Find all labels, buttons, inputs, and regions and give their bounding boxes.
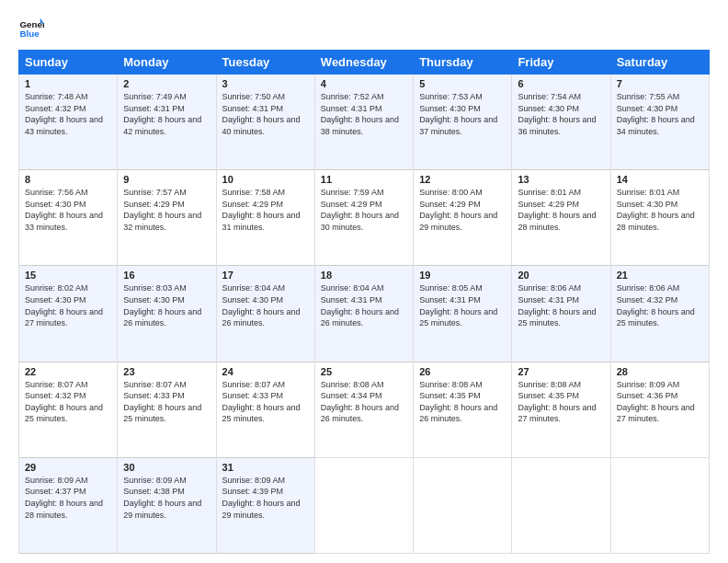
- day-number: 12: [419, 174, 506, 185]
- col-header-thursday: Thursday: [414, 51, 512, 75]
- day-info: Sunrise: 8:06 AMSunset: 4:31 PMDaylight:…: [518, 283, 596, 327]
- day-cell: 27Sunrise: 8:08 AMSunset: 4:35 PMDayligh…: [512, 362, 610, 457]
- day-info: Sunrise: 8:09 AMSunset: 4:37 PMDaylight:…: [25, 476, 103, 520]
- day-info: Sunrise: 8:07 AMSunset: 4:32 PMDaylight:…: [25, 380, 103, 424]
- column-headers: SundayMondayTuesdayWednesdayThursdayFrid…: [19, 51, 710, 75]
- day-number: 7: [617, 78, 703, 89]
- day-number: 30: [123, 462, 210, 473]
- day-info: Sunrise: 7:59 AMSunset: 4:29 PMDaylight:…: [321, 188, 399, 232]
- day-info: Sunrise: 7:50 AMSunset: 4:31 PMDaylight:…: [222, 92, 301, 136]
- week-row-1: 1Sunrise: 7:48 AMSunset: 4:32 PMDaylight…: [19, 75, 710, 170]
- day-info: Sunrise: 7:55 AMSunset: 4:30 PMDaylight:…: [617, 92, 695, 136]
- logo: General Blue: [18, 15, 48, 40]
- day-cell: 15Sunrise: 8:02 AMSunset: 4:30 PMDayligh…: [19, 266, 118, 362]
- day-number: 1: [25, 78, 111, 89]
- day-info: Sunrise: 8:07 AMSunset: 4:33 PMDaylight:…: [123, 380, 201, 424]
- day-cell: 4Sunrise: 7:52 AMSunset: 4:31 PMDaylight…: [314, 75, 413, 170]
- day-cell: 14Sunrise: 8:01 AMSunset: 4:30 PMDayligh…: [610, 170, 709, 266]
- day-cell: 6Sunrise: 7:54 AMSunset: 4:30 PMDaylight…: [512, 75, 610, 170]
- day-number: 17: [222, 270, 309, 281]
- day-info: Sunrise: 7:53 AMSunset: 4:30 PMDaylight:…: [419, 92, 497, 136]
- day-number: 10: [222, 174, 309, 185]
- day-cell: 12Sunrise: 8:00 AMSunset: 4:29 PMDayligh…: [414, 170, 512, 266]
- day-info: Sunrise: 8:04 AMSunset: 4:30 PMDaylight:…: [222, 283, 301, 327]
- day-number: 5: [419, 78, 506, 89]
- day-info: Sunrise: 8:09 AMSunset: 4:36 PMDaylight:…: [617, 380, 695, 424]
- day-info: Sunrise: 8:03 AMSunset: 4:30 PMDaylight:…: [123, 283, 201, 327]
- day-info: Sunrise: 8:08 AMSunset: 4:35 PMDaylight:…: [419, 380, 497, 424]
- day-number: 11: [321, 174, 407, 185]
- day-number: 18: [321, 270, 407, 281]
- col-header-tuesday: Tuesday: [216, 51, 314, 75]
- svg-text:Blue: Blue: [19, 29, 40, 39]
- calendar-page: General Blue SundayMondayTuesdayWednesda…: [0, 0, 728, 563]
- day-info: Sunrise: 7:58 AMSunset: 4:29 PMDaylight:…: [222, 188, 301, 232]
- day-info: Sunrise: 8:02 AMSunset: 4:30 PMDaylight:…: [25, 283, 103, 327]
- day-info: Sunrise: 7:56 AMSunset: 4:30 PMDaylight:…: [25, 188, 103, 232]
- calendar-body: 1Sunrise: 7:48 AMSunset: 4:32 PMDaylight…: [19, 75, 710, 554]
- day-info: Sunrise: 8:06 AMSunset: 4:32 PMDaylight:…: [617, 283, 695, 327]
- day-cell: [314, 457, 413, 553]
- day-info: Sunrise: 7:49 AMSunset: 4:31 PMDaylight:…: [123, 92, 201, 136]
- col-header-monday: Monday: [118, 51, 216, 75]
- day-info: Sunrise: 8:04 AMSunset: 4:31 PMDaylight:…: [321, 283, 399, 327]
- day-number: 15: [25, 270, 111, 281]
- day-info: Sunrise: 7:54 AMSunset: 4:30 PMDaylight:…: [518, 92, 596, 136]
- week-row-3: 15Sunrise: 8:02 AMSunset: 4:30 PMDayligh…: [19, 266, 710, 362]
- day-number: 24: [222, 366, 309, 377]
- day-cell: 11Sunrise: 7:59 AMSunset: 4:29 PMDayligh…: [314, 170, 413, 266]
- day-cell: 16Sunrise: 8:03 AMSunset: 4:30 PMDayligh…: [118, 266, 216, 362]
- day-cell: 22Sunrise: 8:07 AMSunset: 4:32 PMDayligh…: [19, 362, 118, 457]
- day-number: 9: [123, 174, 210, 185]
- day-cell: 31Sunrise: 8:09 AMSunset: 4:39 PMDayligh…: [216, 457, 314, 553]
- day-info: Sunrise: 8:08 AMSunset: 4:35 PMDaylight:…: [518, 380, 596, 424]
- day-number: 3: [222, 78, 309, 89]
- day-number: 14: [617, 174, 703, 185]
- day-cell: 7Sunrise: 7:55 AMSunset: 4:30 PMDaylight…: [610, 75, 709, 170]
- day-info: Sunrise: 8:05 AMSunset: 4:31 PMDaylight:…: [419, 283, 497, 327]
- day-number: 16: [123, 270, 210, 281]
- day-number: 4: [321, 78, 407, 89]
- day-info: Sunrise: 8:00 AMSunset: 4:29 PMDaylight:…: [419, 188, 497, 232]
- day-cell: 23Sunrise: 8:07 AMSunset: 4:33 PMDayligh…: [118, 362, 216, 457]
- day-number: 31: [222, 462, 309, 473]
- day-cell: 8Sunrise: 7:56 AMSunset: 4:30 PMDaylight…: [19, 170, 118, 266]
- day-cell: 21Sunrise: 8:06 AMSunset: 4:32 PMDayligh…: [610, 266, 709, 362]
- week-row-2: 8Sunrise: 7:56 AMSunset: 4:30 PMDaylight…: [19, 170, 710, 266]
- day-cell: [610, 457, 709, 553]
- day-cell: 17Sunrise: 8:04 AMSunset: 4:30 PMDayligh…: [216, 266, 314, 362]
- col-header-wednesday: Wednesday: [314, 51, 413, 75]
- day-cell: 9Sunrise: 7:57 AMSunset: 4:29 PMDaylight…: [118, 170, 216, 266]
- day-cell: 24Sunrise: 8:07 AMSunset: 4:33 PMDayligh…: [216, 362, 314, 457]
- day-info: Sunrise: 7:52 AMSunset: 4:31 PMDaylight:…: [321, 92, 399, 136]
- day-number: 20: [518, 270, 604, 281]
- day-cell: 3Sunrise: 7:50 AMSunset: 4:31 PMDaylight…: [216, 75, 314, 170]
- day-cell: 29Sunrise: 8:09 AMSunset: 4:37 PMDayligh…: [19, 457, 118, 553]
- day-number: 13: [518, 174, 604, 185]
- day-cell: 20Sunrise: 8:06 AMSunset: 4:31 PMDayligh…: [512, 266, 610, 362]
- day-cell: 25Sunrise: 8:08 AMSunset: 4:34 PMDayligh…: [314, 362, 413, 457]
- logo-icon: General Blue: [18, 15, 44, 40]
- day-cell: 1Sunrise: 7:48 AMSunset: 4:32 PMDaylight…: [19, 75, 118, 170]
- day-cell: 30Sunrise: 8:09 AMSunset: 4:38 PMDayligh…: [118, 457, 216, 553]
- day-info: Sunrise: 8:01 AMSunset: 4:29 PMDaylight:…: [518, 188, 596, 232]
- day-cell: 18Sunrise: 8:04 AMSunset: 4:31 PMDayligh…: [314, 266, 413, 362]
- week-row-4: 22Sunrise: 8:07 AMSunset: 4:32 PMDayligh…: [19, 362, 710, 457]
- day-number: 28: [617, 366, 703, 377]
- day-number: 29: [25, 462, 111, 473]
- day-info: Sunrise: 8:07 AMSunset: 4:33 PMDaylight:…: [222, 380, 301, 424]
- day-cell: [414, 457, 512, 553]
- week-row-5: 29Sunrise: 8:09 AMSunset: 4:37 PMDayligh…: [19, 457, 710, 553]
- day-info: Sunrise: 7:48 AMSunset: 4:32 PMDaylight:…: [25, 92, 103, 136]
- day-number: 6: [518, 78, 604, 89]
- day-cell: 2Sunrise: 7:49 AMSunset: 4:31 PMDaylight…: [118, 75, 216, 170]
- col-header-saturday: Saturday: [610, 51, 709, 75]
- day-number: 27: [518, 366, 604, 377]
- day-cell: 10Sunrise: 7:58 AMSunset: 4:29 PMDayligh…: [216, 170, 314, 266]
- day-number: 19: [419, 270, 506, 281]
- day-number: 8: [25, 174, 111, 185]
- col-header-friday: Friday: [512, 51, 610, 75]
- day-number: 2: [123, 78, 210, 89]
- day-info: Sunrise: 8:09 AMSunset: 4:38 PMDaylight:…: [123, 476, 201, 520]
- day-info: Sunrise: 8:08 AMSunset: 4:34 PMDaylight:…: [321, 380, 399, 424]
